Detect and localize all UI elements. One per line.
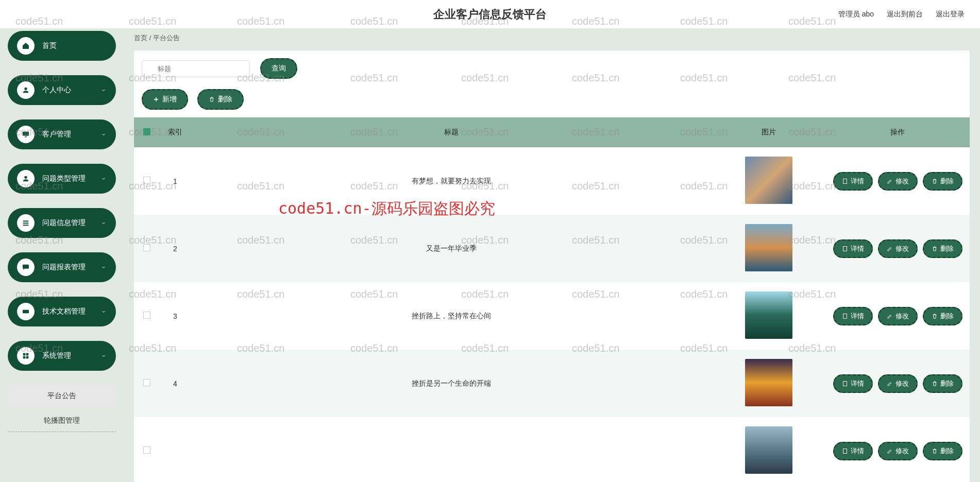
sidebar-item-6[interactable]: 技术文档管理 [8,297,116,326]
row-checkbox[interactable] [143,244,150,251]
data-table: 索引 标题 图片 操作 1 有梦想，就要努力去实现 详情 修改 删除 2 又是一… [134,117,970,482]
svg-rect-16 [843,246,847,251]
sidebar-item-1[interactable]: 个人中心 [8,75,116,105]
svg-rect-12 [26,356,29,359]
row-checkbox[interactable] [143,177,150,184]
svg-rect-11 [23,356,26,359]
trash-icon [932,313,938,319]
row-thumbnail [745,359,792,406]
user-icon [17,81,35,99]
sidebar-item-label: 问题类型管理 [42,174,86,183]
sidebar-item-4[interactable]: 问题信息管理 [8,208,116,238]
doc-icon [842,448,848,454]
chevron-down-icon [100,353,107,359]
breadcrumb-current: 平台公告 [153,34,180,42]
row-title: 有梦想，就要努力去实现 [191,147,712,215]
app-title: 企业客户信息反馈平台 [433,7,547,22]
row-title: 挫折是另一个生命的开端 [191,350,712,417]
table-row: 详情 修改 删除 [134,417,970,482]
edit-icon [887,381,893,387]
svg-rect-19 [843,449,847,453]
chevron-down-icon [100,220,107,226]
row-index: 1 [160,147,191,215]
trash-icon [209,96,215,102]
main-content: 首页 / 平台公告 查询 新增 删除 [116,31,980,482]
doc-icon [842,381,848,387]
trash-icon [932,448,938,454]
col-image: 图片 [712,117,825,147]
search-input[interactable] [142,60,250,77]
plus-icon [153,96,159,102]
svg-rect-1 [23,132,29,136]
detail-button[interactable]: 详情 [833,307,873,325]
row-title: 挫折路上，坚持常在心间 [191,282,712,350]
logout-link[interactable]: 退出登录 [936,10,965,19]
trash-icon [932,381,938,387]
doc-icon [842,313,848,319]
sidebar: 首页个人中心客户管理问题类型管理问题信息管理问题报表管理技术文档管理系统管理平台… [8,31,116,482]
query-button[interactable]: 查询 [260,58,297,79]
sidebar-item-label: 首页 [42,41,57,50]
detail-button[interactable]: 详情 [833,442,873,460]
row-index: 3 [160,282,191,350]
svg-rect-8 [23,310,29,314]
row-thumbnail [745,224,792,271]
sidebar-sub-0[interactable]: 平台公告 [8,385,116,407]
sidebar-item-label: 客户管理 [42,130,71,139]
col-title: 标题 [191,117,712,147]
row-delete-button[interactable]: 删除 [923,239,962,258]
row-title: 又是一年毕业季 [191,215,712,282]
edit-button[interactable]: 修改 [878,172,918,191]
row-delete-button[interactable]: 删除 [923,442,962,460]
detail-button[interactable]: 详情 [833,172,873,191]
sidebar-item-0[interactable]: 首页 [8,31,116,61]
select-all-checkbox[interactable] [143,128,150,135]
row-thumbnail [745,426,792,474]
delete-button[interactable]: 删除 [197,89,244,110]
edit-button[interactable]: 修改 [878,307,918,325]
svg-rect-6 [23,225,29,226]
exit-front-link[interactable]: 退出到前台 [887,10,923,19]
sidebar-item-7[interactable]: 系统管理 [8,341,116,371]
edit-button[interactable]: 修改 [878,374,918,393]
row-delete-button[interactable]: 删除 [923,374,962,393]
table-row: 4 挫折是另一个生命的开端 详情 修改 删除 [134,350,970,417]
svg-rect-4 [23,220,29,221]
user-icon [17,170,35,187]
row-checkbox[interactable] [143,312,150,319]
svg-rect-15 [843,179,847,183]
chevron-down-icon [100,264,107,270]
trash-icon [932,246,938,252]
chat-icon [17,259,35,276]
add-button[interactable]: 新增 [142,89,188,110]
edit-icon [887,246,893,252]
sidebar-item-3[interactable]: 问题类型管理 [8,164,116,194]
edit-button[interactable]: 修改 [878,442,918,460]
svg-rect-7 [23,265,29,269]
row-checkbox[interactable] [143,379,150,386]
row-checkbox[interactable] [143,446,150,454]
detail-button[interactable]: 详情 [833,374,873,393]
home-icon [17,37,35,55]
breadcrumb-home[interactable]: 首页 [134,34,147,42]
header: 企业客户信息反馈平台 管理员 abo 退出到前台 退出登录 [0,0,980,28]
sidebar-item-2[interactable]: 客户管理 [8,119,116,149]
row-index: 2 [160,215,191,282]
svg-rect-18 [843,381,847,386]
sidebar-item-label: 个人中心 [42,85,71,95]
detail-button[interactable]: 详情 [833,239,873,258]
row-title [191,417,712,482]
sidebar-item-5[interactable]: 问题报表管理 [8,252,116,282]
admin-label[interactable]: 管理员 abo [838,10,874,19]
bars-icon [17,214,35,232]
edit-icon [887,448,893,454]
svg-point-3 [24,176,27,179]
sidebar-sub-1[interactable]: 轮播图管理 [8,410,116,432]
breadcrumb: 首页 / 平台公告 [134,31,970,50]
chevron-down-icon [100,87,107,93]
svg-rect-9 [23,353,26,356]
svg-point-0 [24,88,27,90]
edit-button[interactable]: 修改 [878,239,918,258]
row-delete-button[interactable]: 删除 [923,307,962,325]
row-delete-button[interactable]: 删除 [923,172,962,191]
